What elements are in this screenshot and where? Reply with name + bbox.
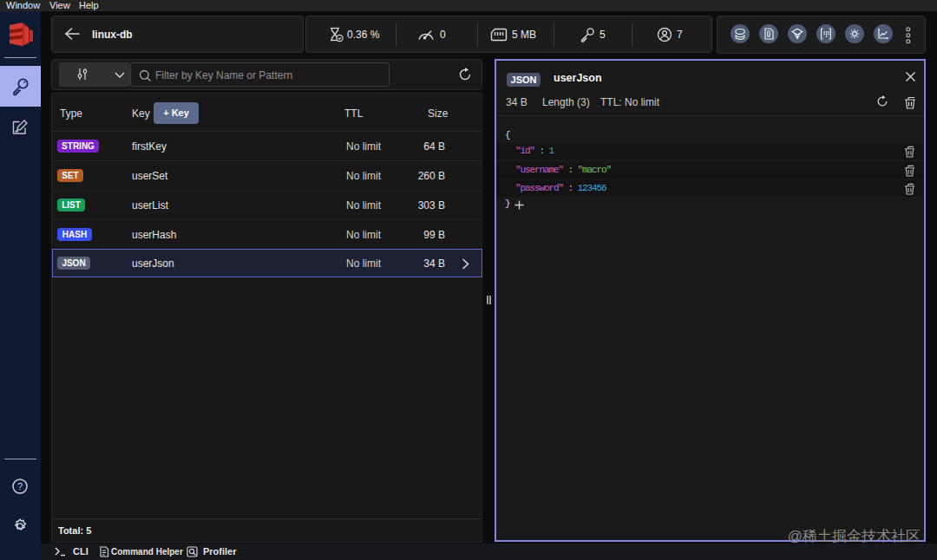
svg-text:?: ? — [17, 481, 23, 492]
